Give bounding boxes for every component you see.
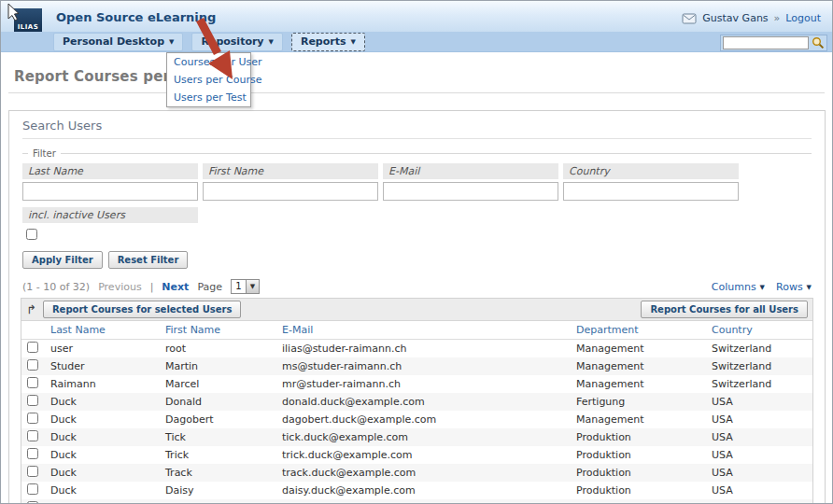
row-checkbox[interactable] — [27, 430, 38, 441]
cell-country: USA — [706, 499, 812, 504]
row-checkbox[interactable] — [27, 483, 38, 495]
top-pagination-bar: (1 - 10 of 32) Previous | Next Page 1 Co… — [22, 279, 812, 294]
first-name-input[interactable] — [203, 182, 378, 201]
page-select[interactable]: 1 — [231, 279, 260, 294]
columns-menu[interactable]: Columns — [712, 281, 765, 293]
cell-country: Switzerland — [706, 357, 812, 375]
cell-email: daisy.duck@example.com — [276, 482, 571, 499]
chevron-down-icon — [807, 281, 812, 293]
column-header-department[interactable]: Department — [571, 321, 706, 340]
pagination-separator: | — [150, 281, 154, 293]
reports-dropdown-menu: Courses per User Users per Course Users … — [166, 52, 251, 107]
filter-buttons: Apply Filter Reset Filter — [22, 251, 812, 269]
rows-menu[interactable]: Rows — [776, 281, 812, 293]
table-view-menus: Columns Rows — [712, 281, 812, 293]
cell-department: Fertigung — [571, 393, 706, 411]
report-all-users-button-top[interactable]: Report Courses for all Users — [641, 301, 808, 318]
nav-tab-label: Personal Desktop — [63, 35, 164, 48]
title-divider — [8, 92, 825, 93]
row-checkbox[interactable] — [27, 359, 38, 371]
nav-tab-label: Repository — [201, 35, 263, 48]
result-range: (1 - 10 of 32) — [22, 281, 90, 293]
cell-last-name: Studer — [45, 357, 160, 375]
row-checkbox[interactable] — [27, 395, 38, 406]
menu-item-courses-per-user[interactable]: Courses per User — [167, 53, 250, 71]
cell-department: Management — [571, 411, 706, 428]
cell-first-name: Trick — [160, 446, 276, 464]
reset-filter-button[interactable]: Reset Filter — [108, 251, 189, 269]
report-selected-users-button-top[interactable]: Report Courses for selected Users — [43, 301, 242, 318]
previous-link[interactable]: Previous — [98, 281, 142, 293]
chevron-down-icon — [760, 281, 765, 293]
mail-icon[interactable] — [682, 13, 697, 24]
last-name-input[interactable] — [22, 182, 198, 201]
cell-country: USA — [706, 446, 812, 464]
country-label: Country — [563, 163, 739, 179]
cell-last-name: Duck — [45, 446, 160, 464]
nav-tab-label: Reports — [301, 35, 346, 48]
chevron-down-icon — [169, 35, 174, 48]
next-link[interactable]: Next — [162, 281, 189, 293]
page-select-arrow-icon[interactable] — [246, 280, 259, 293]
menu-item-users-per-test[interactable]: Users per Test — [167, 89, 250, 106]
page-label: Page — [197, 281, 222, 293]
columns-menu-label: Columns — [712, 281, 756, 293]
nav-tab-reports[interactable]: Reports — [291, 33, 365, 51]
row-checkbox[interactable] — [27, 377, 38, 388]
user-name-link[interactable]: Gustav Gans — [702, 12, 768, 24]
global-search-input[interactable] — [723, 36, 809, 49]
column-header-email[interactable]: E-Mail — [276, 321, 571, 340]
report-panel: Search Users Filter Last Name First Name… — [8, 110, 826, 504]
row-checkbox[interactable] — [27, 342, 38, 353]
cell-last-name: Duck — [45, 428, 160, 446]
menu-item-users-per-course[interactable]: Users per Course — [167, 71, 250, 89]
nav-tab-repository[interactable]: Repository — [191, 33, 282, 51]
cell-email: ilias@studer-raimann.ch — [276, 340, 571, 358]
user-table-body: user root ilias@studer-raimann.ch Manage… — [21, 340, 812, 504]
filter-fieldset: Filter Last Name First Name E-Mail Count… — [22, 148, 812, 269]
filter-field-first-name: First Name — [203, 163, 378, 201]
chevron-down-icon — [269, 35, 274, 48]
cell-country: USA — [706, 411, 812, 428]
cell-email: trick.duck@example.com — [276, 446, 571, 464]
table-header-row: Last Name First Name E-Mail Department C… — [21, 321, 812, 340]
cell-first-name: Daisy — [160, 482, 276, 499]
cell-department: Produktion — [571, 482, 706, 499]
cell-first-name: Martin — [160, 357, 276, 375]
chevron-down-icon — [351, 35, 356, 48]
cell-email: ms@studer-raimann.ch — [276, 357, 571, 375]
search-icon[interactable] — [812, 36, 825, 49]
ilias-logo[interactable]: ILIAS — [14, 8, 42, 33]
country-input[interactable] — [563, 182, 739, 201]
cell-department: Produktion — [571, 428, 706, 446]
nav-tab-personal-desktop[interactable]: Personal Desktop — [53, 33, 183, 51]
email-input[interactable] — [383, 182, 558, 201]
row-checkbox[interactable] — [27, 466, 38, 477]
table-row: Duck Track track.duck@example.com Produk… — [21, 464, 812, 482]
column-header-last-name[interactable]: Last Name — [45, 321, 160, 340]
column-header-country[interactable]: Country — [706, 321, 812, 340]
logout-link[interactable]: Logout — [785, 12, 821, 24]
cell-email: dicky.duck@example.com — [276, 499, 571, 504]
cell-email: dagobert.duck@example.com — [276, 411, 571, 428]
app-title: Open Source eLearning — [56, 10, 216, 24]
first-name-label: First Name — [203, 163, 378, 179]
cell-first-name: Marcel — [160, 375, 276, 393]
apply-filter-button[interactable]: Apply Filter — [22, 251, 103, 269]
row-checkbox[interactable] — [27, 413, 38, 424]
user-area: Gustav Gans » Logout — [682, 12, 821, 24]
cell-first-name: Track — [160, 464, 276, 482]
table-row: Raimann Marcel mr@studer-raimann.ch Mana… — [21, 375, 812, 393]
table-row: Studer Martin ms@studer-raimann.ch Manag… — [21, 357, 812, 375]
last-name-label: Last Name — [22, 163, 198, 179]
cell-email: track.duck@example.com — [276, 464, 571, 482]
cell-first-name: root — [160, 340, 276, 358]
page-title: Report Courses per User — [14, 68, 832, 85]
cell-department: Produktion — [571, 464, 706, 482]
row-checkbox[interactable] — [27, 448, 38, 459]
inactive-users-checkbox[interactable] — [26, 229, 37, 240]
filter-fields: Last Name First Name E-Mail Country — [22, 163, 812, 201]
cell-first-name: Dagobert — [160, 411, 276, 428]
column-header-first-name[interactable]: First Name — [160, 321, 276, 340]
filter-legend: Filter — [28, 148, 61, 159]
